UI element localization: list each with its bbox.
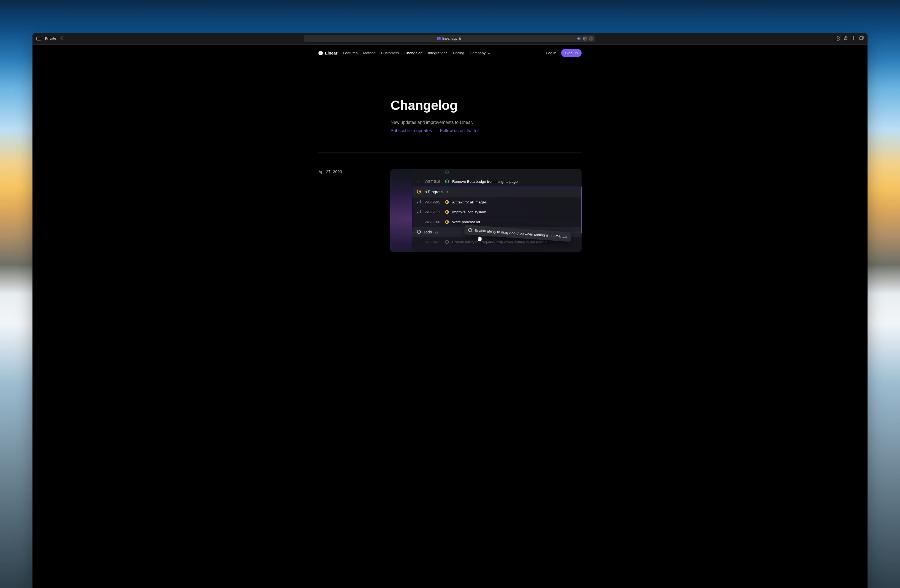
linear-logo-icon — [318, 51, 323, 55]
share-icon[interactable] — [844, 36, 848, 41]
browser-window: Private linear.app — [33, 33, 868, 588]
svg-rect-0 — [459, 38, 461, 40]
priority-icon — [417, 210, 421, 214]
svg-rect-6 — [860, 37, 863, 40]
issue-title: Remove Beta badge from Insights page — [452, 180, 518, 184]
lock-icon — [459, 37, 462, 40]
login-link[interactable]: Log in — [546, 51, 556, 55]
drag-handle-icon: ⋯ — [417, 180, 421, 183]
group-count: 3 — [446, 190, 448, 194]
desktop-background: Private linear.app — [0, 0, 900, 588]
navigate-back-button[interactable] — [60, 36, 63, 41]
issue-id: WBT-595 — [425, 200, 442, 204]
nav-customers[interactable]: Customers — [381, 51, 399, 55]
hero-section: Changelog New updates and improvements t… — [318, 62, 582, 152]
browser-toolbar: Private linear.app — [33, 33, 868, 45]
nav-integrations[interactable]: Integrations — [428, 51, 447, 55]
status-done-icon — [445, 171, 449, 174]
drag-handle-icon: ⋯ — [417, 171, 421, 174]
status-in-progress-icon — [445, 210, 449, 214]
group-count: 22 — [434, 230, 438, 234]
nav-features[interactable]: Features — [343, 51, 357, 55]
status-done-icon — [445, 180, 449, 183]
group-label: In Progress — [424, 190, 444, 194]
nav-company-label: Company — [470, 51, 486, 55]
issue-id: WBT-516 — [425, 180, 442, 184]
issue-row: ⋯ — [412, 169, 582, 177]
issue-row: WBT-111 Improve icon system — [412, 207, 582, 217]
issue-title: Enable ability to drag-and-drop when sor… — [452, 240, 548, 244]
issue-row: ⋯ WBT-516 Remove Beta badge from Insight… — [412, 177, 582, 187]
issue-row: ⋯ WBT-106 Write podcast ad — [412, 217, 582, 227]
status-todo-icon — [468, 228, 472, 232]
priority-icon — [417, 200, 421, 204]
private-browsing-label: Private — [45, 37, 56, 40]
group-label: Todo — [424, 230, 432, 234]
main-nav: Features Method Customers Changelog Inte… — [343, 51, 490, 55]
changelog-entry: Apr 27, 2023 ⋯ ⋯ WBT-516 — [318, 153, 582, 252]
page-actions-icon[interactable]: ⋯ — [589, 36, 593, 41]
issue-row: WBT-595 Alt text for all images — [412, 197, 582, 207]
address-bar[interactable]: linear.app ⋯ — [304, 35, 595, 42]
status-todo-icon — [445, 240, 449, 244]
brand-logo[interactable]: Linear — [318, 51, 337, 55]
nav-method[interactable]: Method — [363, 51, 376, 55]
twitter-link[interactable]: Follow us on Twitter — [440, 128, 479, 133]
status-in-progress-icon — [445, 200, 449, 204]
issue-title: Write podcast ad — [452, 220, 480, 224]
entry-date: Apr 27, 2023 — [318, 169, 379, 174]
issue-id: WBT-607 — [425, 240, 442, 244]
subscribe-link[interactable]: Subscribe to updates — [391, 128, 432, 133]
tab-overview-icon[interactable] — [859, 36, 864, 41]
status-in-progress-icon — [417, 190, 421, 194]
issue-title: Improve icon system — [452, 210, 486, 214]
nav-changelog[interactable]: Changelog — [405, 51, 422, 55]
nav-pricing[interactable]: Pricing — [453, 51, 464, 55]
nav-company[interactable]: Company — [470, 51, 490, 55]
audio-icon[interactable] — [577, 37, 581, 40]
reader-mode-icon[interactable] — [583, 37, 587, 40]
chevron-down-icon — [488, 52, 490, 55]
entry-screenshot: ⋯ ⋯ WBT-516 Remove Beta badge from Insig… — [390, 169, 582, 252]
issue-id: WBT-111 — [425, 210, 442, 214]
issue-id: WBT-106 — [425, 220, 442, 224]
site-favicon-icon — [438, 37, 441, 40]
separator-dot: · — [435, 128, 436, 133]
grab-cursor-icon — [477, 235, 483, 244]
kanban-panel: ⋯ ⋯ WBT-516 Remove Beta badge from Insig… — [412, 169, 582, 252]
page-subtitle: New updates and improvements to Linear. — [391, 120, 582, 125]
brand-name: Linear — [325, 51, 337, 55]
group-header-in-progress: In Progress 3 — [412, 187, 582, 197]
sidebar-toggle-icon[interactable] — [36, 37, 41, 40]
new-tab-icon[interactable] — [852, 36, 855, 41]
address-url: linear.app — [442, 37, 457, 40]
status-in-progress-icon — [445, 220, 449, 224]
downloads-icon[interactable] — [836, 36, 840, 41]
site-header: Linear Features Method Customers Changel… — [33, 45, 868, 62]
status-todo-icon — [417, 230, 421, 234]
drag-handle-icon: ⋯ — [417, 240, 421, 244]
drag-handle-icon: ⋯ — [417, 220, 421, 224]
signup-button[interactable]: Sign up — [561, 49, 582, 57]
issue-title: Alt text for all images — [452, 200, 487, 204]
page-title: Changelog — [391, 98, 582, 113]
